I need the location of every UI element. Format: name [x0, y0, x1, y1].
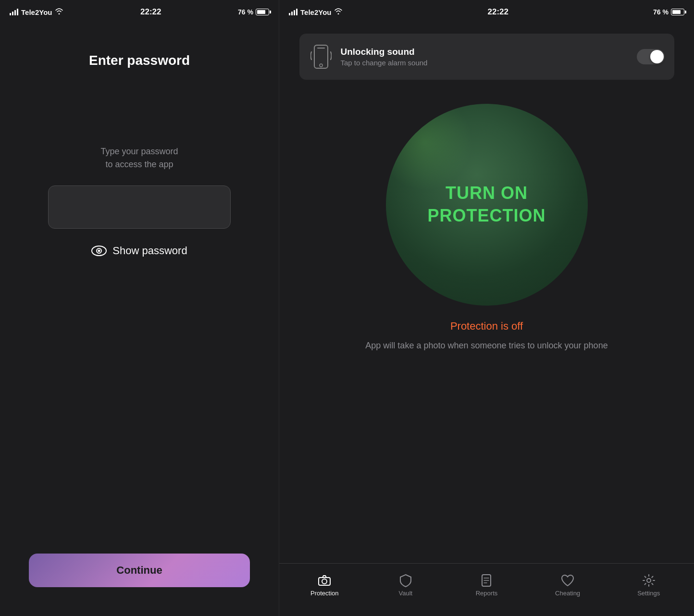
gear-icon [642, 574, 656, 587]
battery-icon [256, 9, 269, 15]
page-title: Enter password [89, 53, 190, 68]
left-panel: Tele2You 22:22 76 % Enter password Type … [0, 0, 279, 616]
protection-circle-wrap: TURN ON PROTECTION [386, 104, 588, 306]
continue-button[interactable]: Continue [29, 554, 250, 587]
tab-reports-label: Reports [476, 590, 498, 597]
unlock-sound-subtitle: Tap to change alarm sound [341, 59, 629, 67]
heart-icon [561, 574, 574, 587]
left-subtitle: Type your password to access the app [100, 145, 178, 171]
protection-description: App will take a photo when someone tries… [346, 339, 627, 352]
shield-icon [399, 574, 412, 587]
phone-vibrate-icon [309, 42, 333, 71]
turn-on-line1: TURN ON PROTECTION [427, 182, 545, 227]
unlock-sound-card[interactable]: Unlocking sound Tap to change alarm soun… [299, 34, 674, 80]
protection-status-label: Protection is off [450, 320, 523, 333]
right-time: 22:22 [488, 7, 508, 17]
right-status-bar: Tele2You 22:22 76 % [279, 0, 694, 24]
tab-vault[interactable]: Vault [365, 574, 446, 597]
tab-settings[interactable]: Settings [608, 574, 689, 597]
carrier-label: Tele2You [21, 8, 52, 16]
password-input-container [48, 185, 231, 229]
right-status-left: Tele2You [289, 8, 343, 16]
toggle-knob [650, 50, 664, 63]
svg-rect-3 [314, 45, 328, 68]
camera-icon [318, 574, 331, 587]
right-battery-icon [671, 9, 684, 15]
tab-bar: Protection Vault Reports [279, 563, 694, 616]
turn-on-protection-button[interactable]: TURN ON PROTECTION [386, 104, 588, 306]
svg-point-2 [98, 250, 100, 252]
tab-settings-label: Settings [637, 590, 660, 597]
left-time: 22:22 [140, 7, 161, 17]
tab-protection-label: Protection [310, 590, 339, 597]
tab-protection[interactable]: Protection [284, 574, 365, 597]
left-battery-pct: 76 % [238, 8, 253, 16]
left-status-left: Tele2You [10, 8, 63, 16]
right-carrier-label: Tele2You [300, 8, 331, 16]
unlock-sound-title: Unlocking sound [341, 47, 629, 57]
right-signal-bars-icon [289, 9, 297, 15]
tab-cheating[interactable]: Cheating [527, 574, 608, 597]
right-status-right: 76 % [653, 8, 684, 16]
svg-point-5 [320, 64, 322, 67]
right-battery-pct: 76 % [653, 8, 669, 16]
right-panel: Tele2You 22:22 76 % [279, 0, 694, 616]
svg-point-7 [322, 579, 327, 584]
signal-bars-icon [10, 9, 18, 15]
show-password-label: Show password [112, 245, 187, 257]
svg-point-12 [647, 579, 651, 582]
right-wifi-icon [334, 8, 343, 16]
show-password-row[interactable]: Show password [91, 243, 187, 259]
tab-vault-label: Vault [399, 590, 413, 597]
tab-cheating-label: Cheating [555, 590, 580, 597]
eye-icon [91, 243, 107, 259]
unlock-sound-toggle[interactable] [637, 49, 665, 64]
left-status-right: 76 % [238, 8, 269, 16]
tab-reports[interactable]: Reports [446, 574, 527, 597]
password-input[interactable] [48, 185, 231, 229]
unlock-text-group: Unlocking sound Tap to change alarm soun… [341, 47, 629, 67]
left-status-bar: Tele2You 22:22 76 % [0, 0, 279, 24]
reports-icon [480, 574, 493, 587]
wifi-icon [55, 8, 63, 16]
